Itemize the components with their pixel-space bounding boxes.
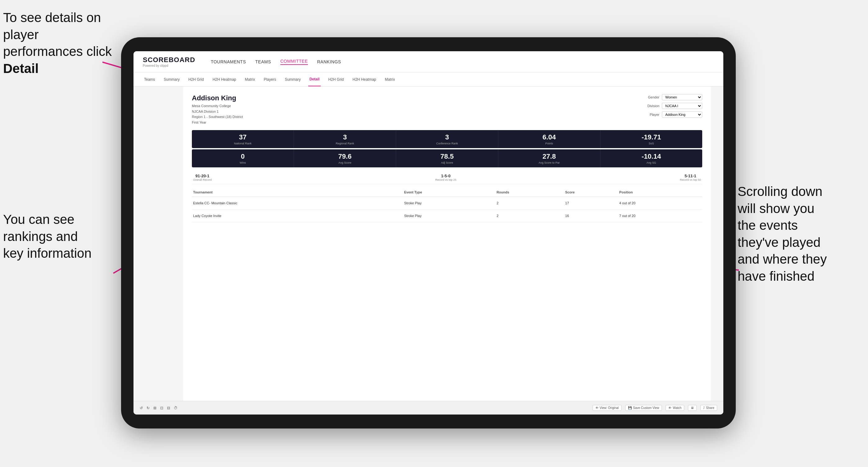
nav-rankings[interactable]: RANKINGS	[317, 59, 341, 64]
clock-icon[interactable]: ⏱	[174, 406, 178, 410]
watch-label: Watch	[673, 406, 681, 410]
stat-cell-avg-sg: -10.14Avg SG	[600, 149, 702, 167]
content-area: Addison King Mesa Community College NJCA…	[133, 87, 723, 401]
annotation-right: Scrolling down will show you the events …	[738, 183, 862, 285]
record-record-vs-top-50: 5-11-1Record vs top 50	[680, 174, 701, 181]
tab-summary2[interactable]: Summary	[283, 72, 302, 86]
share-button[interactable]: ⤴ Share	[700, 405, 717, 411]
cell-event-type: Stroke Play	[403, 210, 495, 222]
annotation-bl-1: You can see	[3, 212, 74, 227]
tab-h2h-grid[interactable]: H2H Grid	[187, 72, 205, 86]
player-info: Addison King Mesa Community College NJCA…	[192, 94, 243, 125]
stat-cell-avg-score: 79.6Avg Score	[294, 149, 396, 167]
tab-players[interactable]: Players	[262, 72, 277, 86]
stat-cell-national-rank: 37National Rank	[192, 130, 294, 148]
division-control: Division NJCAA I	[642, 103, 702, 109]
division-select[interactable]: NJCAA I	[662, 103, 702, 109]
player-header: Addison King Mesa Community College NJCA…	[192, 94, 702, 125]
tablet-screen: SCOREBOARD Powered by clippd TOURNAMENTS…	[133, 51, 723, 414]
gender-select[interactable]: Women	[662, 94, 702, 100]
left-panel	[133, 87, 183, 401]
main-nav: TOURNAMENTS TEAMS COMMITTEE RANKINGS	[211, 59, 341, 65]
stat-cell-wins: 0Wins	[192, 149, 294, 167]
annotation-r-5: and where they	[738, 252, 827, 267]
player-region: Region 1 - Southwest (18) District	[192, 114, 243, 120]
screen-icon-button[interactable]: 🖥	[688, 405, 696, 411]
records-row: 91-20-1Overall Record1-5-0Record vs top …	[192, 171, 702, 184]
player-select[interactable]: Addison King	[662, 112, 702, 118]
tablet-frame: SCOREBOARD Powered by clippd TOURNAMENTS…	[121, 37, 736, 429]
col-tournament: Tournament	[192, 188, 403, 197]
tool1-icon[interactable]: ⊞	[153, 406, 156, 410]
nav-committee[interactable]: COMMITTEE	[280, 59, 308, 65]
stat-cell-adj-score: 78.5Adj Score	[396, 149, 498, 167]
table-row: Estella CC- Mountain Classic Stroke Play…	[192, 197, 702, 210]
stat-cell-points: 6.04Points	[498, 130, 600, 148]
annotation-bl-2: rankings and	[3, 229, 78, 244]
player-controls: Gender Women Division NJCAA I	[642, 94, 702, 118]
tab-detail[interactable]: Detail	[308, 72, 321, 86]
scoreboard-logo: SCOREBOARD Powered by clippd	[143, 56, 195, 67]
gender-label: Gender	[642, 95, 659, 99]
player-school: Mesa Community College	[192, 103, 243, 109]
nav-tournaments[interactable]: TOURNAMENTS	[211, 59, 246, 64]
col-rounds: Rounds	[495, 188, 564, 197]
gender-control: Gender Women	[642, 94, 702, 100]
tool3-icon[interactable]: ⊟	[167, 406, 170, 410]
annotation-top-left: To see details on player performances cl…	[3, 9, 121, 77]
tournament-table: Tournament Event Type Rounds Score Posit…	[192, 188, 702, 222]
cell-score: 17	[564, 197, 618, 210]
annotation-bottom-left: You can see rankings and key information	[3, 211, 121, 262]
annotation-top-left-text: To see details on player performances cl…	[3, 10, 112, 59]
save-label: Save Custom View	[633, 406, 659, 410]
save-icon: 💾	[628, 406, 632, 410]
player-label: Player	[642, 113, 659, 117]
col-score: Score	[564, 188, 618, 197]
cell-event-type: Stroke Play	[403, 197, 495, 210]
record-overall-record: 91-20-1Overall Record	[193, 174, 212, 181]
bottom-toolbar: ↺ ↻ ⊞ ⊡ ⊟ ⏱ 👁 View: Original 💾 Save Cust…	[133, 401, 723, 414]
record-record-vs-top-25: 1-5-0Record vs top 25	[435, 174, 456, 181]
annotation-bl-3: key information	[3, 246, 92, 260]
right-panel	[711, 87, 723, 401]
save-custom-view-button[interactable]: 💾 Save Custom View	[625, 405, 662, 411]
tab-teams[interactable]: Teams	[143, 72, 156, 86]
watch-icon: 👁	[669, 406, 672, 410]
tab-h2h-heatmap[interactable]: H2H Heatmap	[211, 72, 238, 86]
view-original-button[interactable]: 👁 View: Original	[593, 405, 622, 411]
view-label: View: Original	[600, 406, 619, 410]
tab-matrix[interactable]: Matrix	[244, 72, 256, 86]
tab-summary[interactable]: Summary	[162, 72, 181, 86]
tool2-icon[interactable]: ⊡	[160, 406, 163, 410]
annotation-r-2: will show you	[738, 201, 814, 216]
cell-score: 16	[564, 210, 618, 222]
watch-button[interactable]: 👁 Watch	[665, 405, 684, 411]
redo-icon[interactable]: ↻	[147, 406, 150, 410]
cell-rounds: 2	[495, 210, 564, 222]
stat-cell-sos: -19.71SoS	[600, 130, 702, 148]
undo-icon[interactable]: ↺	[140, 406, 143, 410]
stat-cell-avg-score-to-par: 27.8Avg Score to Par	[498, 149, 600, 167]
eye-icon: 👁	[595, 406, 598, 410]
annotation-r-4: they've played	[738, 235, 820, 250]
cell-tournament: Lady Coyote Invite	[192, 210, 403, 222]
player-division: NJCAA Division 1	[192, 109, 243, 115]
tab-matrix2[interactable]: Matrix	[384, 72, 397, 86]
stat-cell-conference-rank: 3Conference Rank	[396, 130, 498, 148]
cell-position: 4 out of 20	[618, 197, 702, 210]
nav-teams[interactable]: TEAMS	[255, 59, 271, 64]
player-name: Addison King	[192, 94, 243, 102]
stats-row2: 0Wins79.6Avg Score78.5Adj Score27.8Avg S…	[192, 149, 702, 167]
tab-h2h-grid2[interactable]: H2H Grid	[327, 72, 345, 86]
player-year: First Year	[192, 120, 243, 125]
tab-h2h-heatmap2[interactable]: H2H Heatmap	[351, 72, 377, 86]
stats-row1: 37National Rank3Regional Rank3Conference…	[192, 130, 702, 148]
logo-main: SCOREBOARD	[143, 56, 195, 64]
annotation-r-1: Scrolling down	[738, 184, 823, 199]
main-panel: Addison King Mesa Community College NJCA…	[183, 87, 711, 401]
table-row: Lady Coyote Invite Stroke Play 2 16 7 ou…	[192, 210, 702, 222]
app-header: SCOREBOARD Powered by clippd TOURNAMENTS…	[133, 51, 723, 72]
annotation-r-6: have finished	[738, 269, 815, 283]
division-label: Division	[642, 104, 659, 108]
cell-position: 7 out of 20	[618, 210, 702, 222]
